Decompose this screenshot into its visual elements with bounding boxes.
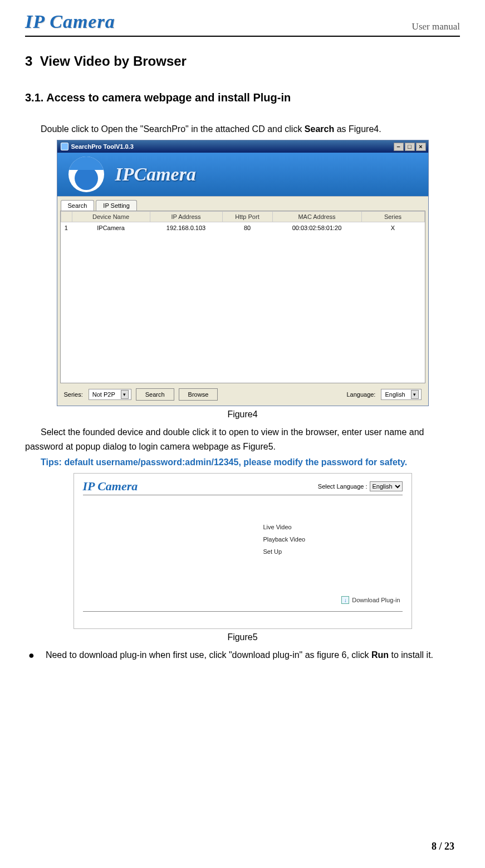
minimize-button[interactable]: – [394,143,404,151]
tab-search[interactable]: Search [61,200,95,211]
figure5-camera-webpage: IP Camera Select Language : English Live… [74,473,412,629]
section-heading: 3 View Video by Browser [25,53,460,69]
table-header-row: Device Name IP Address Http Port MAC Add… [61,212,424,222]
chevron-down-icon: ▾ [411,390,419,399]
nav-links: Live Video Playback Video Set Up [263,521,306,558]
page-number: 8 / 23 [432,841,454,852]
download-icon: ↓ [341,596,349,604]
col-series: Series [361,212,424,222]
bullet-icon: ● [28,648,35,662]
series-label: Series: [64,391,83,398]
chevron-down-icon: ▾ [121,390,129,399]
language-select[interactable]: English ▾ [381,389,421,400]
language-dropdown[interactable]: English [370,481,403,491]
download-plugin-link[interactable]: ↓ Download Plug-in [341,596,400,604]
paragraph-1: Double click to Open the "SearchPro" in … [25,122,460,136]
col-ip-address: IP Address [150,212,222,222]
tip-text: Tips: default username/password:admin/12… [25,457,460,467]
col-mac-address: MAC Address [272,212,361,222]
language-selector: Select Language : English [318,481,403,491]
maximize-button[interactable]: □ [405,143,415,151]
figure5-caption: Figure5 [25,632,460,642]
tab-bar: Search IP Setting [57,196,428,211]
series-select[interactable]: Not P2P ▾ [89,389,131,400]
device-table: Device Name IP Address Http Port MAC Add… [60,211,425,383]
subsection-heading: 3.1. Access to camera webpage and instal… [25,91,460,104]
col-device-name: Device Name [72,212,150,222]
link-set-up[interactable]: Set Up [263,545,306,558]
col-http-port: Http Port [222,212,272,222]
figure4-caption: Figure4 [25,409,460,420]
table-row[interactable]: 1 IPCamera 192.168.0.103 80 00:03:02:58:… [61,222,424,234]
divider [83,495,403,495]
search-button[interactable]: Search [136,388,174,401]
language-label: Language: [346,391,375,398]
webpage-logo: IP Camera [83,479,138,494]
link-live-video[interactable]: Live Video [263,521,306,533]
app-icon [61,143,68,150]
bottom-toolbar: Series: Not P2P ▾ Search Browse Language… [57,383,428,406]
footer-divider [83,611,403,612]
page-header: IP Camera User manual [25,11,460,37]
paragraph-2a: Select the founded device and double cli… [25,425,460,454]
close-button[interactable]: × [416,143,426,151]
eye-icon [68,157,104,192]
figure4-searchpro-window: SearchPro ToolV1.0.3 – □ × IPCamera Sear… [57,140,429,406]
link-playback-video[interactable]: Playback Video [263,533,306,545]
banner-brand: IPCamera [115,164,196,185]
window-titlebar: SearchPro ToolV1.0.3 – □ × [57,140,428,153]
browse-button[interactable]: Browse [179,388,218,401]
tab-ip-setting[interactable]: IP Setting [96,200,137,211]
bullet-item: ● Need to download plug-in when first us… [25,648,460,662]
window-title: SearchPro ToolV1.0.3 [71,143,134,150]
doc-title: User manual [412,21,460,32]
logo-text: IP Camera [25,11,115,32]
app-banner: IPCamera [57,153,428,196]
